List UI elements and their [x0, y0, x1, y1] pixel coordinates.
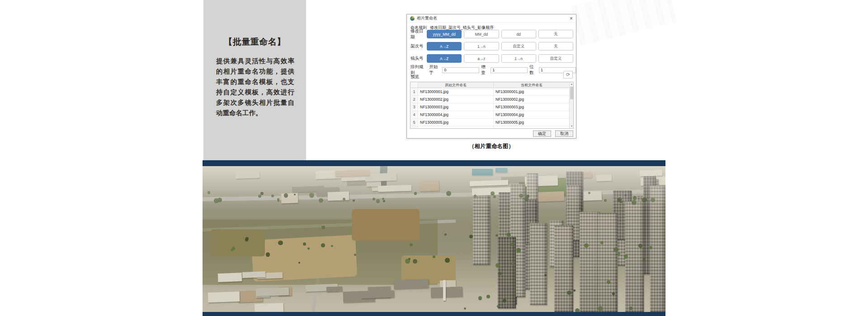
option-rows: 修改日期yyyy_MM_ddMM_dddd无架次号A→Z1→n自定义无镜头号A→… — [410, 30, 573, 66]
table-scrollbar[interactable]: ▲ ▼ — [569, 82, 573, 128]
app-logo-icon — [410, 16, 415, 21]
table-body: 1NF13000001.jpgNF13000001.jpg2NF13000002… — [410, 88, 573, 129]
table-header-cell: 原始文件命名 — [418, 82, 494, 88]
arrange-fields: 开始于增量位数 — [429, 64, 576, 76]
dialog-caption: （相片重命名图） — [406, 143, 576, 150]
table-header-cell — [410, 82, 418, 88]
photo-rename-dialog: 相片重命名 × 命名规则 修改日期_架次号_镜头号_影像顺序 修改日期yyyy_… — [406, 14, 576, 139]
option-button[interactable]: 1→n — [464, 42, 499, 51]
table-cell: NF13000001.jpg — [494, 88, 570, 95]
table-cell: NF13000006.jpg — [418, 126, 494, 129]
dialog-title: 相片重命名 — [417, 15, 437, 21]
feature-title: 【批量重命名】 — [203, 36, 306, 48]
option-button[interactable]: yyyy_MM_dd — [427, 30, 462, 38]
table-row[interactable]: 2NF13000002.jpgNF13000002.jpg — [410, 96, 573, 103]
option-row: 修改日期yyyy_MM_ddMM_dddd无 — [410, 30, 573, 38]
table-cell: 5 — [410, 119, 418, 126]
option-button[interactable]: 无 — [538, 30, 573, 38]
table-cell: NF13000001.jpg — [418, 88, 494, 95]
table-cell: NF13000002.jpg — [418, 96, 494, 103]
option-button[interactable]: 自定义 — [501, 42, 536, 51]
option-row: 镜头号A→Za→z1→n自定义 — [410, 54, 573, 63]
table-header: 原始文件命名当前文件命名 — [410, 82, 573, 88]
table-cell: NF13000006.jpg — [494, 126, 570, 129]
table-row[interactable]: 1NF13000001.jpgNF13000001.jpg — [410, 88, 573, 96]
option-button[interactable]: 无 — [538, 42, 573, 51]
feature-description: 提供兼具灵活性与高效率的相片重命名功能，提供丰富的重命名模板，也支持自定义模板，… — [216, 56, 294, 118]
option-row: 架次号A→Z1→n自定义无 — [410, 42, 573, 51]
table-cell: NF13000004.jpg — [494, 111, 570, 118]
page: 【批量重命名】 提供兼具灵活性与高效率的相片重命名功能，提供丰富的重命名模板，也… — [0, 0, 868, 316]
option-button[interactable]: MM_dd — [464, 30, 499, 38]
table-row[interactable]: 6NF13000006.jpgNF13000006.jpg — [410, 126, 573, 129]
arrange-field-label: 开始于 — [429, 64, 440, 76]
option-button[interactable]: a→z — [464, 54, 499, 63]
photo-bottom-border — [203, 312, 665, 316]
option-row-label: 修改日期 — [410, 28, 425, 40]
photo-detail — [203, 166, 665, 312]
option-button[interactable]: A→Z — [427, 42, 462, 51]
scroll-up-icon[interactable]: ▲ — [570, 82, 574, 86]
option-button[interactable]: 自定义 — [538, 54, 573, 63]
option-row-label: 镜头号 — [410, 56, 425, 61]
aerial-city-photo — [203, 166, 665, 312]
arrange-field-input[interactable] — [442, 67, 479, 73]
scroll-down-icon[interactable]: ▼ — [570, 124, 574, 128]
cancel-button[interactable]: 取消 — [555, 130, 573, 137]
decorative-watermark — [571, 0, 677, 46]
table-cell: NF13000004.jpg — [418, 111, 494, 118]
arrange-field-input[interactable] — [491, 67, 528, 73]
table-cell: 6 — [410, 126, 418, 129]
option-button[interactable]: 1→n — [501, 54, 536, 63]
table-cell: 4 — [410, 111, 418, 118]
close-icon[interactable]: × — [570, 16, 573, 21]
option-row-label: 架次号 — [410, 43, 425, 49]
ok-button[interactable]: 确定 — [533, 130, 551, 137]
table-row[interactable]: 5NF13000005.jpgNF13000005.jpg — [410, 119, 573, 126]
table-cell: 3 — [410, 103, 418, 111]
table-cell: NF13000005.jpg — [418, 119, 494, 126]
table-cell: 1 — [410, 88, 418, 95]
arrange-field-label: 位数 — [529, 64, 537, 76]
table-cell: NF13000003.jpg — [418, 103, 494, 111]
feature-panel: 【批量重命名】 提供兼具灵活性与高效率的相片重命名功能，提供丰富的重命名模板，也… — [203, 0, 306, 160]
dialog-titlebar: 相片重命名 × — [407, 14, 576, 23]
table-header-cell: 当前文件命名 — [494, 82, 570, 88]
table-cell: NF13000002.jpg — [494, 96, 570, 103]
table-row[interactable]: 4NF13000004.jpgNF13000004.jpg — [410, 111, 573, 119]
table-cell: NF13000003.jpg — [494, 103, 570, 111]
preview-label: 预览 — [410, 74, 419, 80]
table-row[interactable]: 3NF13000003.jpgNF13000003.jpg — [410, 103, 573, 111]
refresh-button[interactable]: ⟳ — [563, 71, 573, 79]
photo-top-border — [203, 160, 665, 166]
scrollbar-thumb[interactable] — [570, 87, 573, 99]
preview-table: 原始文件命名当前文件命名 1NF13000001.jpgNF13000001.j… — [410, 82, 574, 129]
option-button[interactable]: A→Z — [427, 54, 462, 63]
table-cell: NF13000005.jpg — [494, 119, 570, 126]
arrange-field-label: 增量 — [481, 64, 489, 76]
table-cell: 2 — [410, 96, 418, 103]
option-button[interactable]: dd — [501, 30, 536, 38]
arrange-rule-row: 排列规则 开始于增量位数 — [410, 64, 576, 76]
